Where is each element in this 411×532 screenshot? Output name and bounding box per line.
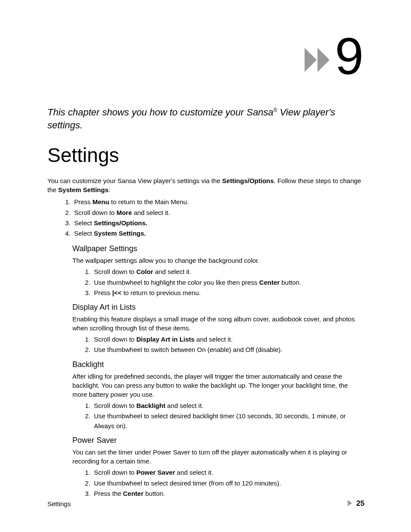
- list-item: Use thumbwheel to highlight the color yo…: [92, 277, 364, 287]
- list-item: Scroll down to Display Art in Lists and …: [92, 334, 364, 344]
- section-heading: Display Art in Lists: [72, 303, 364, 312]
- list-item: Scroll down to More and select it.: [72, 208, 364, 218]
- section: Wallpaper SettingsThe wallpaper settings…: [72, 244, 364, 298]
- double-arrow-icon: [305, 48, 332, 72]
- svg-marker-1: [318, 48, 330, 72]
- list-item: Press the Center button.: [92, 488, 364, 498]
- section-heading: Wallpaper Settings: [72, 244, 364, 253]
- footer-section-name: Settings: [47, 500, 71, 507]
- section-heading: Backlight: [72, 360, 364, 369]
- list-item: Press |<< to return to previous menu.: [92, 288, 364, 298]
- section-paragraph: Enabling this feature displays a small i…: [72, 314, 364, 333]
- section-steps: Scroll down to Color and select it.Use t…: [92, 267, 364, 298]
- section-paragraph: You can set the timer under Power Saver …: [72, 448, 364, 466]
- svg-marker-2: [348, 500, 352, 506]
- section: Power SaverYou can set the timer under P…: [72, 436, 364, 498]
- chapter-number: 9: [335, 30, 364, 82]
- list-item: Select Settings/Options.: [72, 218, 364, 228]
- list-item: Scroll down to Backlight and select it.: [92, 401, 364, 411]
- arrow-right-icon: [348, 500, 352, 507]
- section-paragraph: After idling for predefined seconds, the…: [72, 372, 364, 399]
- list-item: Use thumbwheel to select desired backlig…: [92, 411, 364, 431]
- footer-right: 25: [348, 499, 364, 508]
- page-title: Settings: [47, 143, 364, 167]
- list-item: Use thumbwheel to switch between On (ena…: [92, 345, 364, 355]
- chapter-header: 9: [47, 30, 364, 82]
- intro-paragraph: You can customize your Sansa View player…: [47, 176, 364, 194]
- list-item: Press Menu to return to the Main Menu.: [72, 197, 364, 207]
- chapter-intro: This chapter shows you how to customize …: [47, 106, 364, 131]
- section-steps: Scroll down to Display Art in Lists and …: [92, 334, 364, 355]
- list-item: Scroll down to Color and select it.: [92, 267, 364, 277]
- section-steps: Scroll down to Backlight and select it.U…: [92, 401, 364, 431]
- list-item: Select System Settings.: [72, 228, 364, 238]
- section-paragraph: The wallpaper settings allow you to chan…: [72, 256, 364, 265]
- section-heading: Power Saver: [72, 436, 364, 445]
- section-steps: Scroll down to Power Saver and select it…: [92, 467, 364, 498]
- section: BacklightAfter idling for predefined sec…: [72, 360, 364, 431]
- svg-marker-0: [305, 48, 317, 72]
- section: Display Art in ListsEnabling this featur…: [72, 303, 364, 355]
- page-footer: Settings 25: [47, 499, 364, 508]
- main-steps-list: Press Menu to return to the Main Menu.Sc…: [72, 197, 364, 238]
- list-item: Use thumbwheel to select desired timer (…: [92, 478, 364, 488]
- list-item: Scroll down to Power Saver and select it…: [92, 467, 364, 477]
- page-number: 25: [356, 499, 364, 508]
- sections-container: Wallpaper SettingsThe wallpaper settings…: [47, 244, 364, 498]
